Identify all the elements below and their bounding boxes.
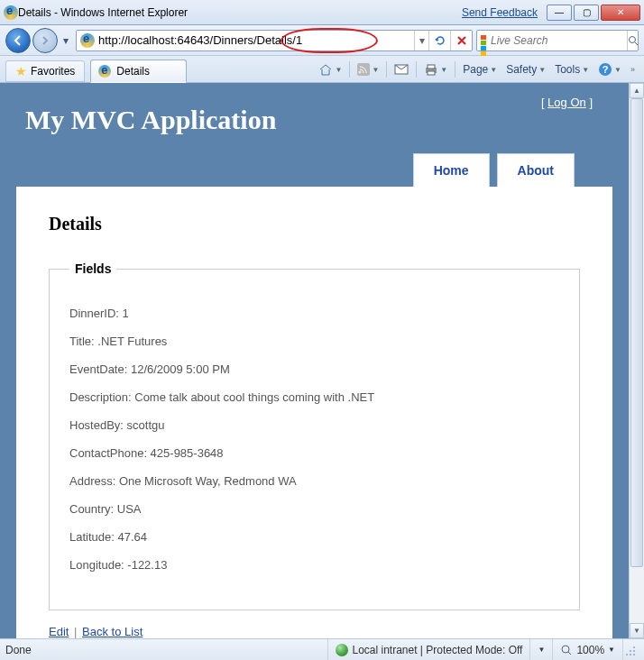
home-button[interactable]: ▼ [315,60,345,79]
search-icon [628,35,639,46]
nav-arrows: ▾ [5,28,72,53]
nav-tabs: Home About [25,153,603,188]
zoom-icon [560,644,573,656]
svg-rect-1 [357,63,370,76]
logon-link[interactable]: Log On [547,96,586,109]
page-content: [ Log On ] My MVC Application Home About… [0,83,629,638]
navigation-bar: ▾ ▾ [0,25,644,56]
scroll-thumb[interactable] [630,98,643,567]
page-heading: Details [49,214,580,234]
refresh-icon [434,34,446,47]
help-icon: ? [598,62,612,77]
status-zone[interactable]: Local intranet | Protected Mode: Off [327,639,529,661]
home-icon [318,63,333,76]
close-button[interactable]: ✕ [601,5,640,21]
nav-about[interactable]: About [497,153,575,188]
field-longitude: Longitude: -122.13 [69,558,559,572]
safety-menu[interactable]: Safety▼ [502,60,549,79]
svg-rect-4 [428,65,435,69]
help-button[interactable]: ?▼ [594,60,625,79]
rss-icon [357,63,370,76]
live-search-icon [481,35,487,46]
maximize-button[interactable]: ▢ [574,5,599,21]
scroll-down-button[interactable]: ▼ [630,623,644,638]
svg-point-0 [630,36,636,42]
fields-fieldset: Fields DinnerID: 1 Title: .NET Futures E… [49,261,580,610]
tab-icon [98,65,111,78]
back-to-list-link[interactable]: Back to List [82,625,143,638]
command-bar: ▼ ▼ ▼ Page▼ Safety▼ Tools▼ ?▼ » [315,60,639,82]
page-menu[interactable]: Page▼ [459,60,501,79]
favorites-button[interactable]: ★ Favorites [5,60,85,82]
page-body: Details Fields DinnerID: 1 Title: .NET F… [16,187,612,638]
send-feedback-link[interactable]: Send Feedback [462,6,538,19]
favorites-label: Favorites [31,65,75,78]
svg-text:?: ? [603,64,609,75]
star-icon: ★ [15,64,27,78]
grip-icon [623,644,636,656]
field-contact-phone: ContactPhone: 425-985-3648 [69,446,559,460]
status-text: Done [5,644,327,656]
field-hosted-by: HostedBy: scottgu [69,418,559,432]
status-mode[interactable]: ▼ [529,639,552,661]
logon-section: [ Log On ] [541,96,593,109]
tab-title: Details [116,65,150,78]
stop-icon [456,35,467,46]
nav-home[interactable]: Home [413,153,490,188]
field-title: Title: .NET Futures [69,335,559,348]
window-titlebar: Details - Windows Internet Explorer Send… [0,0,644,25]
browser-tab[interactable]: Details [90,60,187,83]
browser-viewport: [ Log On ] My MVC Application Home About… [0,83,644,638]
window-buttons: — ▢ ✕ [545,5,640,21]
refresh-button[interactable] [428,31,450,50]
search-button[interactable] [627,31,639,50]
field-address: Address: One Microsoft Way, Redmond WA [69,474,559,488]
url-input[interactable] [98,32,414,50]
forward-button[interactable] [32,28,58,53]
history-dropdown[interactable]: ▾ [60,30,72,51]
app-title: My MVC Application [25,96,603,153]
svg-point-8 [562,646,569,653]
tools-menu[interactable]: Tools▼ [551,60,593,79]
arrow-right-icon [40,35,51,46]
field-latitude: Latitude: 47.64 [69,530,559,544]
window-title: Details - Windows Internet Explorer [18,6,462,19]
arrow-left-icon [12,34,24,47]
print-icon [424,63,438,76]
mail-button[interactable] [391,60,412,79]
toolbar-chevron[interactable]: » [627,60,639,79]
feeds-button[interactable]: ▼ [354,60,382,79]
url-dropdown[interactable]: ▾ [414,31,428,50]
edit-link[interactable]: Edit [49,625,69,638]
field-country: Country: USA [69,502,559,516]
tab-bar: ★ Favorites Details ▼ ▼ ▼ Page▼ Safety▼ … [0,56,644,83]
fieldset-legend: Fields [69,261,116,276]
vertical-scrollbar[interactable]: ▲ ▼ [629,83,644,638]
search-input[interactable] [491,34,627,47]
ie-icon [4,5,18,20]
address-bar: ▾ [76,30,473,51]
resize-grip[interactable] [622,639,639,661]
search-bar [476,30,639,51]
back-button[interactable] [5,28,31,53]
print-button[interactable]: ▼ [420,60,451,79]
mail-icon [394,64,409,75]
scroll-up-button[interactable]: ▲ [630,83,644,98]
page-header: [ Log On ] My MVC Application Home About [0,83,629,188]
zoom-control[interactable]: 100% ▼ [552,639,622,661]
field-dinner-id: DinnerID: 1 [69,307,559,320]
page-icon [80,33,95,48]
minimize-button[interactable]: — [547,5,572,21]
globe-icon [336,644,348,656]
status-bar: Done Local intranet | Protected Mode: Of… [0,638,644,660]
field-event-date: EventDate: 12/6/2009 5:00 PM [69,362,559,376]
action-links: Edit | Back to List [49,625,580,638]
field-description: Description: Come talk about cool things… [69,390,559,404]
svg-rect-5 [428,71,435,75]
stop-button[interactable] [450,31,472,50]
